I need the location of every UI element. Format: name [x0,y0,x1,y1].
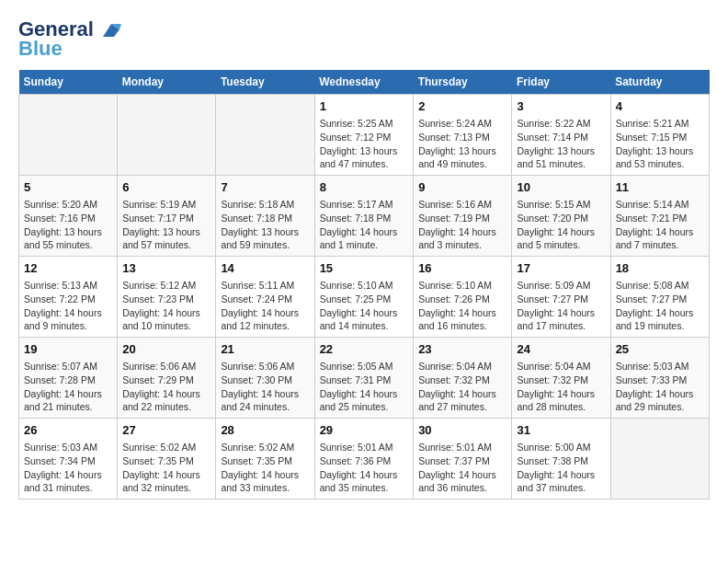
day-number: 9 [418,179,506,196]
calendar-cell: 31Sunrise: 5:00 AMSunset: 7:38 PMDayligh… [512,418,610,499]
day-number: 3 [517,98,605,115]
calendar-cell: 28Sunrise: 5:02 AMSunset: 7:35 PMDayligh… [216,418,314,499]
day-info: Sunrise: 5:04 AMSunset: 7:32 PMDaylight:… [418,360,506,414]
day-info: Sunrise: 5:14 AMSunset: 7:21 PMDaylight:… [616,198,704,252]
weekday-header-wednesday: Wednesday [314,70,414,95]
day-number: 14 [221,260,309,277]
day-number: 8 [320,179,409,196]
day-number: 22 [320,341,409,358]
day-number: 26 [24,422,112,439]
calendar-cell: 7Sunrise: 5:18 AMSunset: 7:18 PMDaylight… [216,176,314,257]
day-info: Sunrise: 5:00 AMSunset: 7:38 PMDaylight:… [517,441,605,495]
calendar-week-2: 5Sunrise: 5:20 AMSunset: 7:16 PMDaylight… [19,176,710,257]
day-info: Sunrise: 5:02 AMSunset: 7:35 PMDaylight:… [221,441,309,495]
logo: General Blue [18,18,121,61]
page-header: General Blue [18,18,710,61]
day-info: Sunrise: 5:01 AMSunset: 7:36 PMDaylight:… [320,441,409,495]
calendar-cell: 22Sunrise: 5:05 AMSunset: 7:31 PMDayligh… [314,338,414,419]
calendar-cell: 27Sunrise: 5:02 AMSunset: 7:35 PMDayligh… [118,418,216,499]
calendar-table: SundayMondayTuesdayWednesdayThursdayFrid… [18,70,710,500]
day-info: Sunrise: 5:18 AMSunset: 7:18 PMDaylight:… [221,198,309,252]
day-info: Sunrise: 5:02 AMSunset: 7:35 PMDaylight:… [122,441,210,495]
day-info: Sunrise: 5:16 AMSunset: 7:19 PMDaylight:… [418,198,506,252]
calendar-cell: 25Sunrise: 5:03 AMSunset: 7:33 PMDayligh… [610,338,709,419]
day-number: 23 [418,341,506,358]
day-number: 13 [122,260,210,277]
day-number: 15 [320,260,409,277]
weekday-header-sunday: Sunday [19,70,118,95]
calendar-cell: 23Sunrise: 5:04 AMSunset: 7:32 PMDayligh… [414,338,512,419]
day-info: Sunrise: 5:05 AMSunset: 7:31 PMDaylight:… [320,360,409,414]
calendar-cell: 16Sunrise: 5:10 AMSunset: 7:26 PMDayligh… [414,257,512,338]
day-info: Sunrise: 5:20 AMSunset: 7:16 PMDaylight:… [24,198,112,252]
day-info: Sunrise: 5:13 AMSunset: 7:22 PMDaylight:… [24,279,112,333]
calendar-cell: 20Sunrise: 5:06 AMSunset: 7:29 PMDayligh… [118,338,216,419]
calendar-cell: 4Sunrise: 5:21 AMSunset: 7:15 PMDaylight… [610,95,709,176]
calendar-cell: 1Sunrise: 5:25 AMSunset: 7:12 PMDaylight… [314,95,414,176]
logo-icon [101,20,121,40]
calendar-cell: 15Sunrise: 5:10 AMSunset: 7:25 PMDayligh… [314,257,414,338]
day-number: 28 [221,422,309,439]
day-info: Sunrise: 5:03 AMSunset: 7:33 PMDaylight:… [616,360,704,414]
day-number: 10 [517,179,605,196]
day-number: 24 [517,341,605,358]
calendar-cell: 26Sunrise: 5:03 AMSunset: 7:34 PMDayligh… [19,418,118,499]
calendar-cell: 11Sunrise: 5:14 AMSunset: 7:21 PMDayligh… [610,176,709,257]
calendar-week-5: 26Sunrise: 5:03 AMSunset: 7:34 PMDayligh… [19,418,710,499]
weekday-header-friday: Friday [512,70,610,95]
day-number: 25 [616,341,704,358]
weekday-header-row: SundayMondayTuesdayWednesdayThursdayFrid… [19,70,710,95]
day-info: Sunrise: 5:17 AMSunset: 7:18 PMDaylight:… [320,198,409,252]
calendar-week-3: 12Sunrise: 5:13 AMSunset: 7:22 PMDayligh… [19,257,710,338]
day-number: 1 [320,98,409,115]
calendar-cell: 2Sunrise: 5:24 AMSunset: 7:13 PMDaylight… [414,95,512,176]
day-number: 27 [122,422,210,439]
calendar-cell: 8Sunrise: 5:17 AMSunset: 7:18 PMDaylight… [314,176,414,257]
day-info: Sunrise: 5:07 AMSunset: 7:28 PMDaylight:… [24,360,112,414]
calendar-cell [216,95,314,176]
day-number: 4 [616,98,704,115]
day-info: Sunrise: 5:04 AMSunset: 7:32 PMDaylight:… [517,360,605,414]
calendar-cell: 5Sunrise: 5:20 AMSunset: 7:16 PMDaylight… [19,176,118,257]
day-info: Sunrise: 5:12 AMSunset: 7:23 PMDaylight:… [122,279,210,333]
day-info: Sunrise: 5:01 AMSunset: 7:37 PMDaylight:… [418,441,506,495]
calendar-cell: 3Sunrise: 5:22 AMSunset: 7:14 PMDaylight… [512,95,610,176]
day-info: Sunrise: 5:11 AMSunset: 7:24 PMDaylight:… [221,279,309,333]
calendar-cell: 9Sunrise: 5:16 AMSunset: 7:19 PMDaylight… [414,176,512,257]
calendar-cell: 18Sunrise: 5:08 AMSunset: 7:27 PMDayligh… [610,257,709,338]
calendar-cell [610,418,709,499]
weekday-header-tuesday: Tuesday [216,70,314,95]
day-number: 2 [418,98,506,115]
day-number: 17 [517,260,605,277]
calendar-cell: 19Sunrise: 5:07 AMSunset: 7:28 PMDayligh… [19,338,118,419]
day-number: 20 [122,341,210,358]
weekday-header-monday: Monday [118,70,216,95]
day-info: Sunrise: 5:25 AMSunset: 7:12 PMDaylight:… [320,117,409,171]
calendar-cell: 12Sunrise: 5:13 AMSunset: 7:22 PMDayligh… [19,257,118,338]
day-number: 6 [122,179,210,196]
day-info: Sunrise: 5:21 AMSunset: 7:15 PMDaylight:… [616,117,704,171]
day-info: Sunrise: 5:08 AMSunset: 7:27 PMDaylight:… [616,279,704,333]
day-number: 7 [221,179,309,196]
calendar-cell: 29Sunrise: 5:01 AMSunset: 7:36 PMDayligh… [314,418,414,499]
calendar-cell: 17Sunrise: 5:09 AMSunset: 7:27 PMDayligh… [512,257,610,338]
weekday-header-thursday: Thursday [414,70,512,95]
day-info: Sunrise: 5:10 AMSunset: 7:25 PMDaylight:… [320,279,409,333]
day-info: Sunrise: 5:09 AMSunset: 7:27 PMDaylight:… [517,279,605,333]
calendar-cell: 21Sunrise: 5:06 AMSunset: 7:30 PMDayligh… [216,338,314,419]
day-info: Sunrise: 5:22 AMSunset: 7:14 PMDaylight:… [517,117,605,171]
day-info: Sunrise: 5:06 AMSunset: 7:29 PMDaylight:… [122,360,210,414]
day-number: 19 [24,341,112,358]
day-info: Sunrise: 5:06 AMSunset: 7:30 PMDaylight:… [221,360,309,414]
weekday-header-saturday: Saturday [610,70,709,95]
day-info: Sunrise: 5:10 AMSunset: 7:26 PMDaylight:… [418,279,506,333]
calendar-cell: 6Sunrise: 5:19 AMSunset: 7:17 PMDaylight… [118,176,216,257]
calendar-cell [118,95,216,176]
day-number: 5 [24,179,112,196]
day-number: 18 [616,260,704,277]
calendar-cell: 10Sunrise: 5:15 AMSunset: 7:20 PMDayligh… [512,176,610,257]
day-info: Sunrise: 5:03 AMSunset: 7:34 PMDaylight:… [24,441,112,495]
day-info: Sunrise: 5:19 AMSunset: 7:17 PMDaylight:… [122,198,210,252]
calendar-week-1: 1Sunrise: 5:25 AMSunset: 7:12 PMDaylight… [19,95,710,176]
day-number: 16 [418,260,506,277]
